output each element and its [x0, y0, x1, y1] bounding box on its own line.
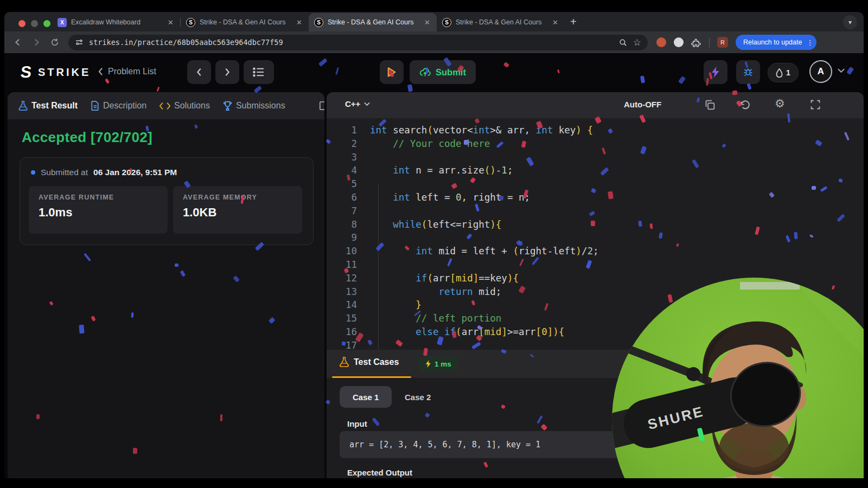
- relaunch-button[interactable]: Relaunch to update ⋮: [736, 35, 816, 50]
- code-text: int left = 0, right = n;: [357, 191, 530, 204]
- code-line[interactable]: 1int search(vector<int>& arr, int key) {: [327, 124, 864, 137]
- extensions-puzzle-icon[interactable]: [691, 37, 701, 48]
- strike-logo-icon[interactable]: S: [20, 63, 33, 81]
- letterbox-bottom: [0, 478, 868, 488]
- tab-description[interactable]: Description: [91, 101, 146, 111]
- app-header: S STRIKE Problem List Submit: [4, 53, 864, 91]
- problem-list-link[interactable]: Problem List: [98, 67, 156, 76]
- browser-tab-strike-2-active[interactable]: S Strike - DSA & Gen AI Cours ✕: [309, 13, 437, 31]
- power-ups-button[interactable]: [704, 60, 727, 84]
- line-number: 10: [327, 245, 357, 258]
- case-2-button[interactable]: Case 2: [396, 386, 439, 408]
- back-icon[interactable]: [13, 37, 23, 47]
- tab-submissions[interactable]: Submissions: [223, 101, 285, 111]
- case-1-button[interactable]: Case 1: [340, 386, 392, 408]
- code-line[interactable]: 10 int mid = left + (right-left)/2;: [327, 245, 864, 258]
- user-avatar[interactable]: A: [809, 60, 832, 83]
- forward-icon[interactable]: [31, 37, 41, 47]
- code-text: [357, 258, 370, 272]
- relaunch-label: Relaunch to update: [743, 38, 802, 46]
- code-line[interactable]: 2 // Your code here: [327, 137, 864, 151]
- site-info-icon[interactable]: [75, 38, 84, 47]
- extension-orange-icon[interactable]: [656, 37, 666, 47]
- line-number: 13: [327, 285, 357, 299]
- prev-problem-button[interactable]: [187, 60, 211, 84]
- next-problem-button[interactable]: [215, 60, 239, 84]
- brand-name[interactable]: STRIKE: [38, 66, 91, 79]
- expected-output-label: Expected Output: [347, 468, 412, 477]
- tab-test-result[interactable]: Test Result: [18, 101, 78, 111]
- debug-button[interactable]: [736, 60, 760, 84]
- stat-value: 1.0ms: [39, 206, 168, 220]
- tab-solutions[interactable]: Solutions: [159, 101, 210, 111]
- window-maximize-button[interactable]: [43, 20, 50, 27]
- line-number: 3: [327, 151, 357, 164]
- code-line[interactable]: 5: [327, 177, 864, 191]
- account-chevron-icon[interactable]: [838, 68, 845, 73]
- browser-menu-icon[interactable]: ⋮: [806, 38, 813, 47]
- streak-counter[interactable]: 1: [768, 63, 799, 82]
- stat-label: AVERAGE RUNTIME: [39, 194, 168, 201]
- tab-search-chevron-button[interactable]: ▾: [843, 15, 857, 29]
- tab-close-icon[interactable]: ✕: [295, 18, 303, 27]
- code-line[interactable]: 8 while(left<=right){: [327, 218, 864, 232]
- browser-tab-excalidraw[interactable]: X Excalidraw Whiteboard ✕: [52, 13, 180, 31]
- browser-profile-avatar[interactable]: R: [717, 37, 728, 48]
- tab-close-icon[interactable]: ✕: [167, 18, 175, 27]
- autocomplete-toggle[interactable]: Auto-OFF: [624, 100, 661, 109]
- notes-icon[interactable]: [319, 101, 324, 111]
- testcases-label: Test Cases: [354, 357, 399, 367]
- new-tab-button[interactable]: +: [570, 16, 577, 28]
- code-text: int search(vector<int>& arr, int key) {: [357, 124, 593, 137]
- code-text: [357, 231, 370, 245]
- flask-orange-icon: [340, 357, 349, 367]
- extension-light-icon[interactable]: [674, 37, 684, 47]
- tab-test-cases[interactable]: Test Cases: [340, 357, 399, 367]
- browser-tabstrip: X Excalidraw Whiteboard ✕ S Strike - DSA…: [4, 12, 864, 31]
- result-card: Submitted at 06 Jan 2026, 9:51 PM AVERAG…: [20, 157, 314, 245]
- code-line[interactable]: 6 int left = 0, right = n;: [327, 191, 864, 204]
- zoom-icon[interactable]: [618, 38, 628, 47]
- line-number: 11: [327, 258, 357, 272]
- line-number: 14: [327, 298, 357, 312]
- editor-settings-gear-icon[interactable]: ⚙: [775, 97, 785, 110]
- code-text: // Your code here: [357, 137, 490, 151]
- window-minimize-button[interactable]: [31, 20, 38, 27]
- copy-icon[interactable]: [704, 99, 716, 111]
- url-bar[interactable]: strikes.in/practice/68b05aabc563e964dbc7…: [68, 35, 648, 50]
- fullscreen-icon[interactable]: [810, 99, 821, 110]
- window-close-button[interactable]: [18, 20, 25, 27]
- status-accepted: Accepted: [22, 129, 86, 145]
- play-icon: [387, 67, 397, 78]
- submitted-datetime: 06 Jan 2026, 9:51 PM: [93, 168, 177, 177]
- result-panel-tabs: Test Result Description Solutions Submis…: [8, 92, 324, 119]
- browser-tab-strike-1[interactable]: S Strike - DSA & Gen AI Cours ✕: [181, 13, 309, 31]
- problem-list-menu-button[interactable]: [244, 60, 274, 84]
- line-number: 8: [327, 218, 357, 232]
- code-text: int mid = left + (right-left)/2;: [357, 245, 599, 258]
- language-selector[interactable]: C++: [345, 99, 370, 108]
- run-button[interactable]: [380, 60, 404, 84]
- code-line[interactable]: 11: [327, 258, 864, 272]
- code-line[interactable]: 3: [327, 151, 864, 164]
- code-line[interactable]: 7: [327, 204, 864, 218]
- url-text[interactable]: strikes.in/practice/68b05aabc563e964dbc7…: [89, 38, 613, 47]
- reset-code-icon[interactable]: [739, 99, 751, 111]
- refresh-icon[interactable]: [50, 37, 60, 47]
- code-line[interactable]: 9: [327, 231, 864, 245]
- line-number: 2: [327, 137, 357, 151]
- line-number: 15: [327, 312, 357, 325]
- code-line[interactable]: 4 int n = arr.size()-1;: [327, 164, 864, 177]
- screen: X Excalidraw Whiteboard ✕ S Strike - DSA…: [0, 0, 868, 488]
- tab-close-icon[interactable]: ✕: [423, 18, 431, 27]
- line-number: 9: [327, 231, 357, 245]
- line-number: 6: [327, 191, 357, 204]
- browser-tab-strike-3[interactable]: S Strike - DSA & Gen AI Cours ✕: [437, 13, 565, 31]
- submit-button[interactable]: Submit: [410, 60, 476, 84]
- tab-title: Excalidraw Whiteboard: [71, 18, 162, 26]
- bookmark-star-icon[interactable]: ☆: [633, 37, 641, 48]
- code-text: if(arr[mid]==key){: [357, 272, 519, 285]
- code-text: [357, 177, 370, 191]
- streak-drop-icon: [776, 68, 783, 78]
- tab-close-icon[interactable]: ✕: [551, 18, 559, 27]
